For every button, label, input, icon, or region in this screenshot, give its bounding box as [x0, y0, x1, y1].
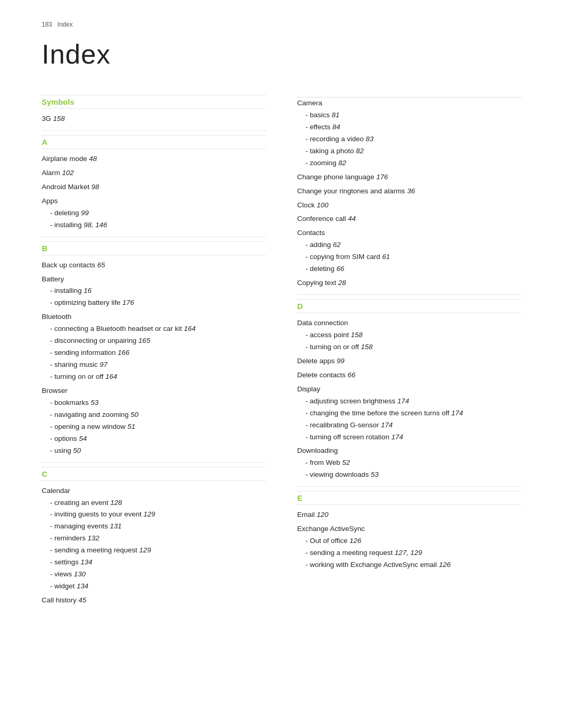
index-entry-label: Contacts: [297, 227, 521, 239]
index-sub-entry: - changing the time before the screen tu…: [297, 408, 521, 419]
index-entry: Calendar- creating an event 128- invitin…: [42, 485, 266, 593]
index-sub-entry: - installing 16: [42, 285, 266, 297]
index-sub-entry: - using 50: [42, 445, 266, 457]
index-sub-entry: - taking a photo 82: [297, 145, 521, 157]
index-sub-entry: - connecting a Bluetooth headset or car …: [42, 323, 266, 335]
right-column: Camera- basics 81- effects 84- recording…: [297, 91, 521, 609]
index-entry: Downloading- from Web 52- viewing downlo…: [297, 445, 521, 481]
section-header-b: B: [42, 241, 266, 255]
page-title: Index: [42, 39, 521, 70]
index-entry-label: Camera: [297, 97, 521, 109]
index-sub-entry: - recording a video 83: [297, 133, 521, 145]
index-entry: Airplane mode 48: [42, 153, 266, 165]
index-entry: Call history 45: [42, 595, 266, 607]
index-entry-label: Calendar: [42, 485, 266, 497]
index-sub-entry: - deleting 99: [42, 207, 266, 219]
index-entry: Clock 100: [297, 200, 521, 212]
index-sub-entry: - disconnecting or unpairing 165: [42, 335, 266, 347]
index-entry: 3G 158: [42, 113, 266, 125]
index-entry: Conference call 44: [297, 213, 521, 225]
index-entry-label: Clock 100: [297, 200, 521, 212]
left-column: Symbols3G 158AAirplane mode 48Alarm 102A…: [42, 91, 266, 609]
index-sub-entry: - opening a new window 51: [42, 421, 266, 433]
index-sub-entry: - settings 134: [42, 557, 266, 569]
index-entry: Email 120: [297, 509, 521, 521]
index-entry: Browser- bookmarks 53- navigating and zo…: [42, 385, 266, 457]
index-sub-entry: - turning on or off 158: [297, 341, 521, 353]
index-entry: Contacts- adding 62- copying from SIM ca…: [297, 227, 521, 275]
section-header-d: D: [297, 299, 521, 313]
index-sub-entry: - copying from SIM card 61: [297, 251, 521, 263]
index-entry: Data connection- access point 158- turni…: [297, 317, 521, 353]
index-entry: Apps- deleting 99- installing 98, 146: [42, 195, 266, 231]
index-entry-label: Change your ringtones and alarms 36: [297, 186, 521, 198]
index-entry-label: Bluetooth: [42, 311, 266, 323]
index-sub-entry: - access point 158: [297, 329, 521, 341]
index-entry-label: Conference call 44: [297, 213, 521, 225]
index-sub-entry: - reminders 132: [42, 533, 266, 545]
index-sub-entry: - sending a meeting request 129: [42, 545, 266, 557]
index-sub-entry: - recalibrating G-sensor 174: [297, 419, 521, 431]
index-entry-label: Call history 45: [42, 595, 266, 607]
index-sub-entry: - inviting guests to your event 129: [42, 509, 266, 521]
index-sub-entry: - effects 84: [297, 121, 521, 133]
index-entry-label: Airplane mode 48: [42, 153, 266, 165]
section-header-a: A: [42, 135, 266, 149]
index-entry: Display- adjusting screen brightness 174…: [297, 384, 521, 443]
index-entry: Android Market 98: [42, 181, 266, 193]
index-entry: Copying text 28: [297, 277, 521, 289]
index-entry-label: Delete contacts 66: [297, 369, 521, 381]
index-sub-entry: - adjusting screen brightness 174: [297, 396, 521, 408]
index-entry: Change your ringtones and alarms 36: [297, 186, 521, 198]
index-entry: Delete apps 99: [297, 355, 521, 367]
index-entry-label: Copying text 28: [297, 277, 521, 289]
section-header-c: C: [42, 467, 266, 481]
section-header-symbols: Symbols: [42, 95, 266, 109]
page-number-line: 183 Index: [42, 21, 521, 28]
index-entry-label: Exchange ActiveSync: [297, 523, 521, 535]
index-sub-entry: - options 54: [42, 433, 266, 445]
index-sub-entry: - Out of office 126: [297, 535, 521, 547]
index-entry-label: Downloading: [297, 445, 521, 457]
index-sub-entry: - zooming 82: [297, 157, 521, 169]
index-sub-entry: - adding 62: [297, 239, 521, 251]
index-entry-label: Email 120: [297, 509, 521, 521]
index-entry: Bluetooth- connecting a Bluetooth headse…: [42, 311, 266, 383]
index-entry-label: Back up contacts 65: [42, 260, 266, 272]
index-sub-entry: - optimizing battery life 176: [42, 297, 266, 309]
index-sub-entry: - turning on or off 164: [42, 371, 266, 383]
index-entry: Alarm 102: [42, 167, 266, 179]
index-entry-label: 3G 158: [42, 113, 266, 125]
index-sub-entry: - managing events 131: [42, 521, 266, 533]
index-sub-entry: - navigating and zooming 50: [42, 409, 266, 421]
index-entry: Battery- installing 16- optimizing batte…: [42, 274, 266, 310]
index-sub-entry: - from Web 52: [297, 457, 521, 469]
index-sub-entry: - basics 81: [297, 109, 521, 121]
index-sub-entry: - sending a meeting request 127, 129: [297, 547, 521, 559]
index-entry: Camera- basics 81- effects 84- recording…: [297, 97, 521, 169]
index-entry: Exchange ActiveSync- Out of office 126- …: [297, 523, 521, 571]
index-entry-label: Data connection: [297, 317, 521, 329]
index-entry-label: Display: [297, 384, 521, 396]
index-sub-entry: - deleting 66: [297, 263, 521, 275]
index-entry-label: Apps: [42, 195, 266, 207]
index-entry-label: Android Market 98: [42, 181, 266, 193]
index-sub-entry: - sharing music 97: [42, 359, 266, 371]
index-sub-entry: - viewing downloads 53: [297, 469, 521, 481]
index-entry: Delete contacts 66: [297, 369, 521, 381]
index-sub-entry: - working with Exchange ActiveSync email…: [297, 559, 521, 571]
index-sub-entry: - sending information 166: [42, 347, 266, 359]
index-sub-entry: - bookmarks 53: [42, 397, 266, 409]
index-sub-entry: - turning off screen rotation 174: [297, 431, 521, 443]
index-entry-label: Delete apps 99: [297, 355, 521, 367]
index-entry-label: Browser: [42, 385, 266, 397]
index-sub-entry: - installing 98, 146: [42, 219, 266, 231]
index-entry: Back up contacts 65: [42, 260, 266, 272]
index-entry-label: Alarm 102: [42, 167, 266, 179]
index-entry-label: Battery: [42, 274, 266, 286]
index-sub-entry: - creating an event 128: [42, 497, 266, 509]
index-sub-entry: - widget 134: [42, 581, 266, 593]
index-entry: Change phone language 176: [297, 171, 521, 183]
index-entry-label: Change phone language 176: [297, 171, 521, 183]
section-header-e: E: [297, 491, 521, 505]
